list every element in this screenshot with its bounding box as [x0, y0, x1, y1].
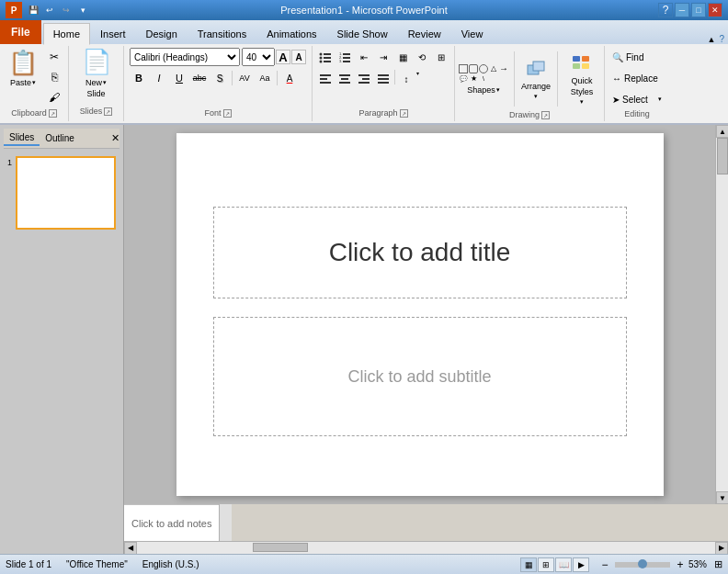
- scroll-up-button[interactable]: ▲: [716, 125, 728, 138]
- slide-panel-top: Slides Outline ✕: [4, 129, 119, 149]
- scroll-right-button[interactable]: ▶: [715, 542, 728, 555]
- notes-area[interactable]: Click to add notes: [124, 504, 219, 541]
- shape-rect[interactable]: [459, 64, 468, 73]
- font-name-select[interactable]: Calibri (Headings): [130, 48, 240, 66]
- line-spacing-button[interactable]: ↕: [397, 70, 415, 88]
- shape-line[interactable]: \: [479, 74, 488, 84]
- shadow-button[interactable]: S: [210, 69, 229, 87]
- redo-button[interactable]: ↪: [59, 3, 74, 17]
- tab-animations[interactable]: Animations: [256, 22, 326, 44]
- help-icon[interactable]: ?: [719, 34, 724, 44]
- copy-button[interactable]: ⎘: [44, 68, 64, 86]
- align-center-button[interactable]: [336, 70, 354, 88]
- increase-indent-button[interactable]: ⇥: [374, 48, 392, 66]
- slides-expander[interactable]: ↗: [104, 107, 112, 116]
- shape-arrow[interactable]: →: [499, 64, 508, 73]
- h-scroll-thumb[interactable]: [253, 543, 308, 552]
- close-button[interactable]: ✕: [708, 3, 722, 17]
- slides-tab[interactable]: Slides: [4, 130, 40, 146]
- new-slide-button[interactable]: 📄 New ▾ Slide: [74, 48, 119, 105]
- zoom-out-button[interactable]: −: [598, 558, 611, 571]
- zoom-thumb[interactable]: [638, 559, 647, 568]
- zoom-percent[interactable]: 53%: [688, 559, 711, 569]
- drawing-expander[interactable]: ↗: [541, 111, 550, 119]
- paragraph-expander[interactable]: ↗: [400, 109, 408, 118]
- smart-art-button[interactable]: ⊞: [432, 48, 450, 66]
- find-button[interactable]: 🔍 Find: [609, 48, 665, 66]
- zoom-in-button[interactable]: +: [674, 558, 687, 571]
- panel-close-button[interactable]: ✕: [111, 132, 119, 144]
- tab-view[interactable]: View: [451, 22, 494, 44]
- shapes-dropdown[interactable]: ▾: [496, 86, 500, 94]
- save-button[interactable]: 💾: [26, 3, 40, 17]
- increase-font-size-button[interactable]: A: [276, 50, 290, 64]
- columns-button[interactable]: ▦: [393, 48, 412, 66]
- subtitle-placeholder[interactable]: Click to add subtitle: [213, 317, 627, 436]
- scroll-down-button[interactable]: ▼: [716, 491, 728, 504]
- shape-triangle[interactable]: △: [489, 64, 498, 73]
- arrange-button[interactable]: Arrange ▾: [520, 51, 552, 107]
- shape-callout[interactable]: 💬: [459, 74, 468, 84]
- select-button[interactable]: ➤ Select ▾: [609, 90, 665, 108]
- paste-button[interactable]: 📋 Paste ▾: [4, 49, 42, 106]
- numbering-button[interactable]: 1.2.3.: [336, 48, 354, 66]
- text-direction-button[interactable]: ⟲: [413, 48, 431, 66]
- view-buttons: ▦ ⊞ 📖 ▶: [520, 557, 589, 572]
- bold-button[interactable]: B: [130, 69, 148, 87]
- language-label[interactable]: English (U.S.): [142, 559, 199, 569]
- scroll-left-button[interactable]: ◀: [124, 542, 137, 555]
- justify-button[interactable]: [374, 70, 392, 88]
- align-right-button[interactable]: [355, 70, 373, 88]
- underline-button[interactable]: U: [170, 69, 188, 87]
- char-spacing-button[interactable]: AV: [235, 69, 254, 87]
- slide-thumbnail[interactable]: [16, 156, 116, 230]
- scroll-thumb[interactable]: [717, 138, 728, 174]
- slide-sorter-button[interactable]: ⊞: [538, 557, 554, 572]
- slide-show-button[interactable]: ▶: [573, 557, 589, 572]
- minimize-button[interactable]: ─: [675, 3, 689, 17]
- svg-rect-25: [533, 62, 544, 71]
- scroll-track: [716, 138, 728, 491]
- tab-insert[interactable]: Insert: [90, 22, 136, 44]
- svg-point-4: [320, 61, 323, 63]
- clipboard-expander[interactable]: ↗: [49, 109, 57, 118]
- tab-review[interactable]: Review: [398, 22, 451, 44]
- decrease-indent-button[interactable]: ⇤: [355, 48, 373, 66]
- italic-button[interactable]: I: [150, 69, 168, 87]
- help-button[interactable]: ?: [658, 3, 673, 17]
- collapse-ribbon-button[interactable]: ▲: [708, 35, 716, 44]
- cut-button[interactable]: ✂: [44, 48, 64, 66]
- replace-button[interactable]: ↔ Replace: [609, 69, 665, 87]
- tab-transitions[interactable]: Transitions: [188, 22, 256, 44]
- shape-oval[interactable]: [479, 64, 488, 73]
- tab-slideshow[interactable]: Slide Show: [327, 22, 398, 44]
- shape-rounded[interactable]: [469, 64, 478, 73]
- fit-slide-button[interactable]: ⊞: [714, 558, 722, 570]
- decrease-font-size-button[interactable]: A: [291, 50, 306, 64]
- new-slide-icon: 📄: [82, 48, 111, 76]
- quick-styles-button[interactable]: Quick Styles ▾: [563, 51, 600, 107]
- font-color-button[interactable]: A: [280, 69, 299, 87]
- align-left-button[interactable]: [316, 70, 335, 88]
- customize-quick-access-button[interactable]: ▾: [75, 3, 90, 17]
- slide-thumb-row: 1: [7, 156, 116, 230]
- normal-view-button[interactable]: ▦: [520, 557, 537, 572]
- strikethrough-button[interactable]: abc: [190, 69, 209, 87]
- change-case-button[interactable]: Aa: [256, 69, 274, 87]
- tab-file[interactable]: File: [0, 20, 41, 44]
- outline-tab[interactable]: Outline: [40, 131, 80, 145]
- undo-button[interactable]: ↩: [42, 3, 57, 17]
- shape-star[interactable]: ★: [469, 74, 478, 84]
- title-placeholder[interactable]: Click to add title: [213, 207, 627, 298]
- font-expander[interactable]: ↗: [223, 109, 232, 118]
- format-painter-button[interactable]: 🖌: [44, 88, 64, 107]
- bullets-button[interactable]: [316, 48, 335, 66]
- tab-home[interactable]: Home: [43, 23, 90, 45]
- tab-design[interactable]: Design: [136, 22, 188, 44]
- line-spacing-dropdown[interactable]: ▾: [416, 70, 419, 76]
- reading-view-button[interactable]: 📖: [555, 557, 572, 572]
- font-size-select[interactable]: 40: [242, 48, 275, 66]
- status-bar: Slide 1 of 1 "Office Theme" English (U.S…: [0, 554, 728, 574]
- maximize-button[interactable]: □: [691, 3, 706, 17]
- zoom-slider[interactable]: [615, 562, 670, 568]
